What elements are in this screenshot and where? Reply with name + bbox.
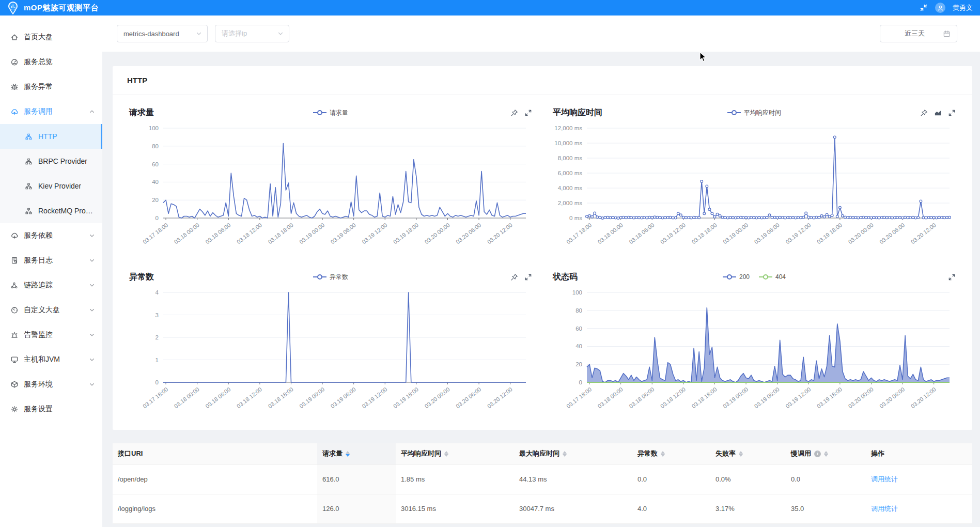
chevron-up-icon (89, 109, 95, 115)
svg-text:03.18 06:00: 03.18 06:00 (628, 222, 655, 245)
svg-text:03.20 12:00: 03.20 12:00 (486, 386, 514, 409)
cell-失败率: 3.17% (710, 494, 786, 523)
sidebar-item-主机和jvm[interactable]: 主机和JVM (0, 347, 102, 372)
svg-text:03.17 18:00: 03.17 18:00 (142, 386, 169, 409)
page-title: mOP魅族可观测平台 (24, 3, 99, 13)
cell-接口URI: /open/dep (113, 464, 317, 494)
svg-text:100: 100 (149, 125, 159, 131)
svg-text:03.18 06:00: 03.18 06:00 (204, 222, 231, 245)
dashboard-select[interactable]: metrics-dashboard (117, 25, 208, 42)
svg-text:60: 60 (152, 161, 159, 167)
sort-carets[interactable] (661, 451, 665, 457)
sidebar-item-服务异常[interactable]: 服务异常 (0, 74, 102, 99)
chevron-down-icon (89, 257, 95, 264)
sidebar-item-label: RocketMQ Produ... (38, 207, 95, 215)
action-cell: 调用统计 (866, 464, 972, 494)
sidebar-item-服务设置[interactable]: 服务设置 (0, 397, 102, 422)
cluster-icon (25, 182, 33, 190)
sidebar-item-label: 告警监控 (24, 330, 53, 339)
column-header-慢调用[interactable]: 慢调用i (786, 443, 866, 464)
svg-text:12,000 ms: 12,000 ms (554, 125, 582, 131)
info-icon[interactable]: i (814, 451, 821, 457)
uri-stats-table: 接口URI请求量平均响应时间最大响应时间异常数失败率慢调用i操作 /open/d… (113, 443, 972, 524)
svg-text:0: 0 (155, 215, 159, 221)
svg-text:03.18 18:00: 03.18 18:00 (267, 386, 294, 409)
sort-carets[interactable] (346, 451, 350, 457)
cell-平均响应时间: 3016.15 ms (396, 494, 514, 523)
sidebar: 首页大盘服务总览服务异常服务调用HTTPBRPC ProviderKiev Pr… (0, 16, 102, 527)
ip-select-placeholder: 请选择ip (222, 29, 247, 38)
svg-text:8,000 ms: 8,000 ms (558, 155, 583, 161)
sort-carets[interactable] (563, 451, 567, 457)
date-range-picker[interactable]: 近三天 (880, 25, 957, 42)
pin-icon[interactable] (510, 273, 518, 281)
column-header-异常数[interactable]: 异常数 (632, 443, 710, 464)
chevron-down-icon (89, 357, 95, 363)
legend-item-404[interactable]: 404 (759, 273, 786, 281)
svg-text:03.18 12:00: 03.18 12:00 (659, 386, 687, 409)
action-cell: 调用统计 (866, 494, 972, 523)
sidebar-item-自定义大盘[interactable]: 自定义大盘 (0, 298, 102, 322)
cluster-icon (25, 132, 33, 141)
call-stats-link[interactable]: 调用统计 (871, 475, 898, 483)
chevron-down-icon (196, 30, 202, 37)
chart-plot-area: 02040608010003.17 18:0003.18 00:0003.18 … (553, 287, 956, 417)
svg-text:03.18 00:00: 03.18 00:00 (597, 222, 624, 245)
expand-icon[interactable] (948, 273, 956, 281)
chart-tools (510, 273, 532, 281)
expand-icon[interactable] (524, 273, 532, 281)
column-header-失败率[interactable]: 失败率 (710, 443, 786, 464)
sidebar-item-链路追踪[interactable]: 链路追踪 (0, 273, 102, 298)
svg-text:03.20 12:00: 03.20 12:00 (486, 222, 514, 245)
legend-item-请求量[interactable]: 请求量 (313, 109, 348, 117)
svg-text:03.20 06:00: 03.20 06:00 (455, 222, 482, 245)
sidebar-item-kiev-provider[interactable]: Kiev Provider (0, 174, 102, 198)
legend-item-200[interactable]: 200 (723, 273, 750, 281)
sidebar-item-服务日志[interactable]: 服务日志 (0, 248, 102, 273)
expand-icon[interactable] (524, 109, 532, 117)
call-stats-link[interactable]: 调用统计 (871, 505, 898, 513)
chart-legend: 平均响应时间 (727, 109, 781, 117)
pin-icon[interactable] (510, 109, 518, 117)
sidebar-item-label: 主机和JVM (24, 355, 60, 364)
svg-text:03.19 18:00: 03.19 18:00 (392, 222, 419, 245)
svg-text:2: 2 (155, 334, 159, 340)
gear-icon (10, 405, 19, 413)
sidebar-item-http[interactable]: HTTP (0, 124, 102, 149)
legend-item-异常数[interactable]: 异常数 (313, 273, 348, 282)
sidebar-item-brpc-provider[interactable]: BRPC Provider (0, 149, 102, 174)
exit-fullscreen-icon[interactable] (920, 4, 928, 12)
sidebar-item-服务环境[interactable]: 服务环境 (0, 372, 102, 397)
chart-icon[interactable] (934, 109, 942, 117)
sidebar-item-服务依赖[interactable]: 服务依赖 (0, 223, 102, 248)
sidebar-item-rocketmq-produ-[interactable]: RocketMQ Produ... (0, 198, 102, 223)
column-header-请求量[interactable]: 请求量 (317, 443, 396, 464)
column-header-最大响应时间[interactable]: 最大响应时间 (514, 443, 632, 464)
chart-请求量: 请求量请求量02040608010003.17 18:0003.18 00:00… (129, 102, 532, 253)
sidebar-item-首页大盘[interactable]: 首页大盘 (0, 25, 102, 50)
ip-select[interactable]: 请选择ip (215, 25, 289, 42)
legend-item-平均响应时间[interactable]: 平均响应时间 (727, 109, 781, 117)
sort-carets[interactable] (739, 451, 743, 457)
overview-icon (10, 58, 19, 66)
svg-text:6,000 ms: 6,000 ms (558, 170, 583, 176)
sort-carets[interactable] (444, 451, 448, 457)
chart-tools (948, 273, 956, 281)
sidebar-item-告警监控[interactable]: 告警监控 (0, 322, 102, 347)
sidebar-item-label: 服务设置 (24, 405, 53, 414)
svg-text:40: 40 (575, 343, 582, 349)
pin-icon[interactable] (920, 109, 928, 117)
chevron-down-icon (89, 233, 95, 239)
column-label: 平均响应时间 (401, 449, 441, 458)
svg-text:03.19 12:00: 03.19 12:00 (361, 222, 388, 245)
sidebar-item-服务总览[interactable]: 服务总览 (0, 50, 102, 74)
column-header-平均响应时间[interactable]: 平均响应时间 (396, 443, 514, 464)
expand-icon[interactable] (948, 109, 956, 117)
user-name[interactable]: 黄勇文 (953, 3, 973, 12)
column-label: 异常数 (637, 449, 658, 458)
user-avatar[interactable] (935, 3, 945, 13)
cell-接口URI: /logging/logs (113, 494, 317, 523)
sort-carets[interactable] (824, 451, 828, 457)
sidebar-item-服务调用[interactable]: 服务调用 (0, 99, 102, 124)
svg-text:03.18 12:00: 03.18 12:00 (236, 386, 263, 409)
